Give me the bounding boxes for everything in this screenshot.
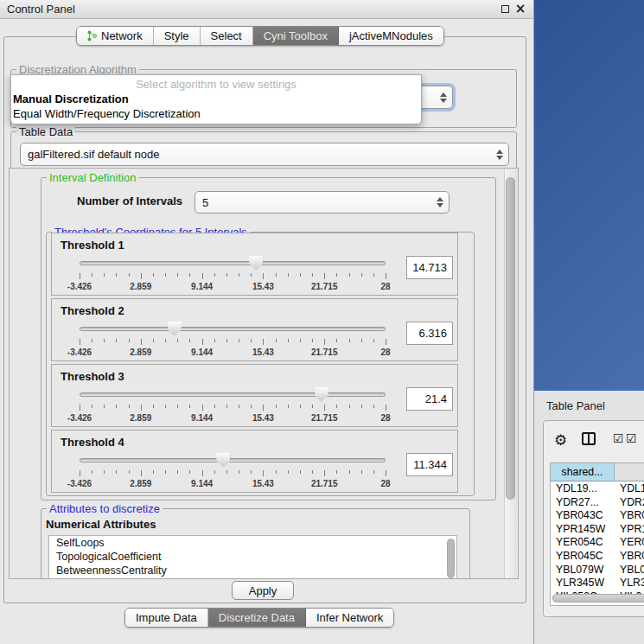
combo-stepper-icon <box>496 150 503 160</box>
tick-label: 9.144 <box>191 479 213 488</box>
threshold-row: Threshold 1-3.4262.8599.14415.4321.71528 <box>51 233 458 296</box>
table-cell[interactable]: YLR345W <box>551 577 615 590</box>
slider-thumb[interactable] <box>315 387 328 402</box>
threshold-slider[interactable]: -3.4262.8599.14415.4321.71528 <box>80 322 386 356</box>
threshold-slider[interactable]: -3.4262.8599.14415.4321.71528 <box>80 387 386 422</box>
table-row[interactable]: YBR043CYBR0 <box>551 509 644 523</box>
slider-tick <box>288 405 289 408</box>
close-icon[interactable]: × <box>514 3 526 16</box>
columns-icon[interactable] <box>582 432 596 445</box>
h-scrollbar-thumb[interactable] <box>552 594 644 603</box>
slider-thumb[interactable] <box>249 256 263 271</box>
slider-thumb[interactable] <box>216 453 230 468</box>
table-row[interactable]: YLR345WYLR3 <box>551 577 644 590</box>
apply-button[interactable]: Apply <box>232 581 294 600</box>
table-cell[interactable]: YDR2 <box>615 496 644 510</box>
slider-tick <box>189 339 190 342</box>
checkbox-icon[interactable]: ☑ <box>626 431 637 445</box>
tab-style[interactable]: Style <box>154 27 201 45</box>
table-row[interactable]: YER054CYER0 <box>551 536 644 550</box>
table-cell[interactable]: YER0 <box>615 536 644 550</box>
slider-tick <box>263 470 264 476</box>
column-header-na[interactable]: na <box>615 463 644 481</box>
float-panel-icon[interactable] <box>499 3 511 16</box>
slider-ticks <box>80 273 386 280</box>
vertical-scrollbar-thumb[interactable] <box>506 177 515 500</box>
slider-tick <box>177 405 178 408</box>
table-cell[interactable]: YDL1 <box>615 482 644 496</box>
table-data-combo[interactable]: galFiltered.sif default node <box>20 143 509 166</box>
table-cell[interactable]: YBL079W <box>551 564 615 577</box>
threshold-row: Threshold 3-3.4262.8599.14415.4321.71528 <box>51 364 458 427</box>
checkbox-icon[interactable]: ☑ <box>613 431 624 445</box>
table-panel: ⚙ ☑ ☑ shared...na YDL19...YDL1YDR27...YD… <box>543 420 644 617</box>
threshold-value-input[interactable] <box>406 453 453 476</box>
table-cell[interactable]: YBR043C <box>551 509 615 523</box>
tick-label: 2.859 <box>130 348 151 357</box>
slider-tick <box>251 470 252 474</box>
table-row[interactable]: YDR27...YDR2 <box>551 496 644 510</box>
attributes-list-scrollbar[interactable] <box>447 539 455 578</box>
table-row[interactable]: YDL19...YDL1 <box>551 482 644 496</box>
popup-option[interactable]: Equal Width/Frequency Discretization <box>13 107 201 120</box>
slider-tick <box>129 273 130 277</box>
slider-tick <box>214 470 215 474</box>
threshold-value-input[interactable] <box>406 322 453 345</box>
slider-tick <box>361 405 362 408</box>
attributes-list[interactable]: SelfLoopsTopologicalCoefficientBetweenne… <box>48 535 457 579</box>
tab-network[interactable]: Network <box>77 27 154 45</box>
slider-tick <box>226 339 227 342</box>
table-row[interactable]: YBL079WYBL0 <box>551 564 644 577</box>
table-row[interactable]: YBR045CYBR0 <box>551 550 644 564</box>
table-panel-title: Table Panel <box>546 399 605 412</box>
table-cell[interactable]: YER054C <box>551 536 615 550</box>
list-item[interactable]: SelfLoops <box>49 536 456 550</box>
slider-track <box>80 458 386 462</box>
threshold-value-input[interactable] <box>406 256 453 279</box>
list-item[interactable]: TopologicalCoefficient <box>49 550 456 564</box>
network-icon <box>87 30 97 41</box>
tick-label: 2.859 <box>130 282 151 291</box>
table-cell[interactable]: YBL0 <box>615 564 644 577</box>
table-cell[interactable]: YBR045C <box>551 550 615 564</box>
popup-option[interactable]: Manual Discretization <box>13 92 129 105</box>
tab-impute-data[interactable]: Impute Data <box>125 609 208 627</box>
tab-jactivemnodules[interactable]: jActiveMNodules <box>339 27 443 45</box>
table-cell[interactable]: YPR1 <box>615 523 644 537</box>
slider-tick <box>165 405 166 408</box>
slider-ticks <box>80 470 386 477</box>
slider-tick <box>80 273 80 279</box>
desktop-background: GAL80GACGAL11GAL4GCY1HHAP2 <box>534 0 644 391</box>
tab-infer-network[interactable]: Infer Network <box>306 609 393 627</box>
list-item[interactable]: BetweennessCentrality <box>49 564 456 577</box>
slider-tick <box>141 405 142 411</box>
table-cell[interactable]: YBR0 <box>615 550 644 564</box>
slider-tick <box>116 470 117 474</box>
gear-icon[interactable]: ⚙ <box>554 431 567 449</box>
threshold-slider[interactable]: -3.4262.8599.14415.4321.71528 <box>80 453 386 488</box>
column-header-shared-[interactable]: shared... <box>551 463 615 481</box>
h-scrollbar-track[interactable] <box>552 594 644 603</box>
slider-tick <box>153 470 154 474</box>
combo-stepper-icon <box>437 197 443 207</box>
tab-label: Discretize Data <box>219 611 295 624</box>
number-of-intervals-combo[interactable]: 5 <box>194 191 450 214</box>
tab-select[interactable]: Select <box>201 27 253 45</box>
table-cell[interactable]: YDL19... <box>551 482 615 496</box>
threshold-value-input[interactable] <box>406 387 453 411</box>
table-cell[interactable]: YDR27... <box>551 496 615 510</box>
slider-tick <box>80 339 80 345</box>
table-cell[interactable]: YBR0 <box>615 509 644 523</box>
slider-tick <box>116 405 117 408</box>
tick-label: 15.43 <box>252 479 274 488</box>
slider-tick <box>386 273 386 279</box>
tab-discretize-data[interactable]: Discretize Data <box>208 609 306 627</box>
table-cell[interactable]: YPR145W <box>551 523 615 537</box>
threshold-slider[interactable]: -3.4262.8599.14415.4321.71528 <box>80 256 386 290</box>
tab-label: jActiveMNodules <box>349 29 433 42</box>
table-cell[interactable]: YLR3 <box>615 577 644 590</box>
tab-cyni-toolbox[interactable]: Cyni Toolbox <box>253 27 339 45</box>
table-row[interactable]: YPR145WYPR1 <box>551 523 644 537</box>
slider-tick <box>324 273 325 279</box>
slider-thumb[interactable] <box>168 322 182 336</box>
